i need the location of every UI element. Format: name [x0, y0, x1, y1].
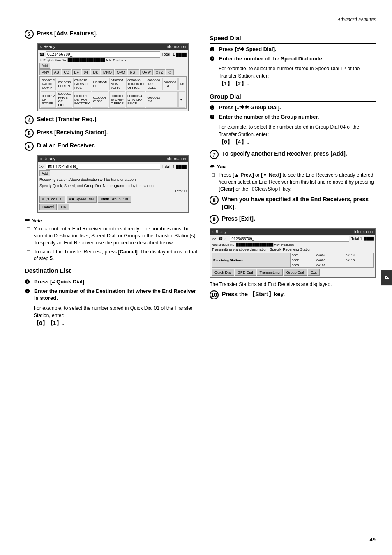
note-section-left: ✏ Note □ You cannot enter End Receiver n… [25, 217, 197, 262]
note-pencil-icon: ✏ [25, 217, 30, 224]
step-4: 4 Select [Transfer Req.]. [25, 115, 197, 124]
dest-substep-2: ❷ Enter the number of the Destination li… [25, 288, 197, 302]
note-body-2: To cancel the Transfer Request, press [C… [34, 249, 197, 263]
dest-substep-1: ❶ Press [# Quick Dial]. [25, 279, 197, 286]
note-label-right: Note [216, 164, 226, 170]
screen-btn-prev[interactable]: Prev [39, 69, 51, 75]
screen-btn-sym[interactable]: ☺ [166, 69, 174, 75]
screen-btn-04[interactable]: 04 [82, 69, 90, 75]
gd-substep-1-text: Press [#✱✱ Group Dial]. [219, 104, 281, 111]
step-10: 10 Press the 【Start】key. [210, 290, 376, 299]
dest-example: For example, to select the number stored… [34, 304, 197, 327]
screen-2-total: Total: 1 [161, 164, 175, 169]
screen-btn-ab[interactable]: AB [52, 69, 61, 75]
page-header: Advanced Features [25, 16, 376, 25]
note-title-right: ✏ Note [210, 163, 376, 170]
screen-2-add-btn[interactable]: Add [39, 170, 50, 176]
sd-substep-1-text: Press [#✱ Speed Dial]. [219, 46, 277, 53]
gd-substep-1-num: ❶ [210, 104, 217, 111]
screen-3-input-row: >> ☎ ts: 0123456789_ Total 1 ████ [212, 236, 374, 242]
screen-2-input-row: >> ☎ 0123456789_ Total: 1 ████ [39, 164, 187, 170]
screen-btn-opq[interactable]: OPQ [115, 69, 127, 75]
screen-3-input-val: 0123456789_ [230, 236, 349, 242]
note-bullet-right: □ [212, 172, 217, 192]
screen-btn-rst[interactable]: RST [128, 69, 139, 75]
sd-code: 【1】【2】. [219, 81, 249, 87]
note-item-right: □ Press [▲ Prev.] or [▼ Next] to see the… [210, 172, 376, 192]
gd-substep-1: ❶ Press [#✱✱ Group Dial]. [210, 104, 376, 111]
table-row: 0000012RADIO COMP 0040030BERLIN 0240010P… [41, 78, 185, 90]
screen-3-body: >> ☎ ts: 0123456789_ Total 1 ████ Regist… [210, 235, 375, 277]
note-pencil-icon-right: ✏ [210, 163, 214, 170]
screen-1-total-label: Total: [161, 52, 171, 57]
step-8-circle: 8 [210, 196, 219, 205]
screen-2-cancel-btn[interactable]: Cancel [39, 204, 57, 210]
sd-substep-1: ❶ Press [#✱ Speed Dial]. [210, 46, 376, 53]
screen-2-btns: # Quick Dial #✱ Speed Dial #✱✱ Group Dia… [39, 196, 187, 203]
step-4-circle: 4 [25, 115, 34, 124]
step-7: 7 To specify another End Receiver, press… [210, 150, 376, 159]
note-item-1: □ You cannot enter End Receiver numbers … [25, 226, 197, 246]
screen-1-body: ☎ 0123456789_ Total: 1 ████ ✦ Registrati… [38, 50, 188, 111]
screen-1-bars: ████ [176, 53, 187, 57]
screen-2-info2: Specify Quick, Speed, and Group Dial No.… [39, 183, 187, 189]
gd-substep-2-text: Enter the number of the Group number. [219, 114, 319, 121]
screen-1-add-btn[interactable]: Add [39, 63, 50, 69]
screen-btn-xyz[interactable]: XYZ [154, 69, 165, 75]
note-body-right: Press [▲ Prev.] or [▼ Next] to see the E… [219, 172, 376, 192]
screen-btn-cd[interactable]: CD [62, 69, 71, 75]
step-8-text: When you have specified all the End Rece… [222, 196, 376, 210]
screen-1-reg-row: ✦ Registration No. ████████████████ Adv.… [39, 58, 187, 62]
gd-example: For example, to select the number stored… [219, 123, 376, 146]
screen-3-total: Total 1 [351, 237, 362, 241]
step-5: 5 Press [Receiving Station]. [25, 129, 197, 138]
step-4-text: Select [Transfer Req.]. [37, 115, 98, 123]
step-9: 9 Press [Exit]. [210, 215, 376, 224]
screen-1-add-row: Add [39, 63, 187, 69]
note-item-2: □ To cancel the Transfer Request, press … [25, 249, 197, 263]
screen-btn-mno[interactable]: MNO [101, 69, 114, 75]
screen-2-input[interactable]: ☎ 0123456789_ [46, 164, 161, 170]
screen-3-title-right: Information [354, 230, 373, 234]
step-10-text: Press the 【Start】key. [222, 290, 285, 298]
screen-2-speed-btn[interactable]: #✱ Speed Dial [67, 196, 97, 203]
screen-2-group-btn[interactable]: #✱✱ Group Dial [98, 196, 131, 203]
step-9-circle: 9 [210, 215, 219, 224]
screen-3-exit-btn[interactable]: Exit [308, 269, 320, 276]
note-title-left: ✏ Note [25, 217, 197, 224]
screen-1-input-row: ☎ 0123456789_ Total: 1 ████ [39, 51, 187, 58]
screen-3-input-label: ☎ ts: [218, 237, 228, 241]
step-3: 3 Press [Adv. Features]. [25, 30, 197, 39]
screen-3-quick-btn[interactable]: Quick Dial [212, 269, 234, 276]
note-body-1: You cannot enter End Receiver numbers di… [34, 226, 197, 246]
screen-2-bars: ████ [176, 165, 187, 169]
gd-substep-2: ❷ Enter the number of the Group number. [210, 114, 376, 121]
screen-btn-uvw[interactable]: UVW [140, 69, 153, 75]
speed-dial-title: Speed Dial [210, 35, 241, 41]
chapter-tab: 4 [381, 270, 392, 286]
sd-substep-2-text: Enter the number of the Speed Dial code. [219, 55, 323, 62]
step-5-text: Press [Receiving Station]. [37, 129, 108, 136]
screen-1-grid-area: 0000012RADIO COMP 0040030BERLIN 0240010P… [39, 76, 187, 109]
screen-2-titlebar: ○ Ready Information [38, 156, 188, 162]
screen-2-ok-btn[interactable]: OK [58, 204, 69, 210]
screen-2-chevron: >> [39, 164, 44, 169]
screen-btn-ijk[interactable]: IJK [91, 69, 100, 75]
page: Advanced Features 4 3 Press [Adv. Featur… [0, 0, 392, 555]
screen-3-trans-btn[interactable]: Transmitting [257, 269, 283, 276]
screen-1-reg: ✦ Registration No. ████████████████ Adv.… [39, 58, 126, 62]
dest-list-divider: Destination List [25, 267, 197, 276]
group-dial-title: Group Dial [210, 93, 241, 100]
screen-2-title-left: ○ Ready [40, 157, 55, 161]
screen-2-quick-btn[interactable]: # Quick Dial [39, 196, 65, 203]
screen-1-toolbar: Prev AB CD EF 04 IJK MNO OPQ RST UVW XYZ… [39, 69, 187, 75]
screen-3-arrows: >> [212, 237, 216, 241]
screen-btn-ef[interactable]: EF [72, 69, 81, 75]
screen-1-titlebar: ○ Ready Information [38, 44, 188, 50]
screen-3-group-btn[interactable]: Group Dial [284, 269, 307, 276]
page-number: 49 [370, 537, 376, 543]
screen-1-input[interactable]: 0123456789_ [46, 51, 160, 58]
screen-3-titlebar: ○ Ready Information [210, 229, 375, 235]
screen-3-spd-btn[interactable]: SPD Dial [235, 269, 256, 276]
step-3-circle: 3 [25, 30, 34, 39]
